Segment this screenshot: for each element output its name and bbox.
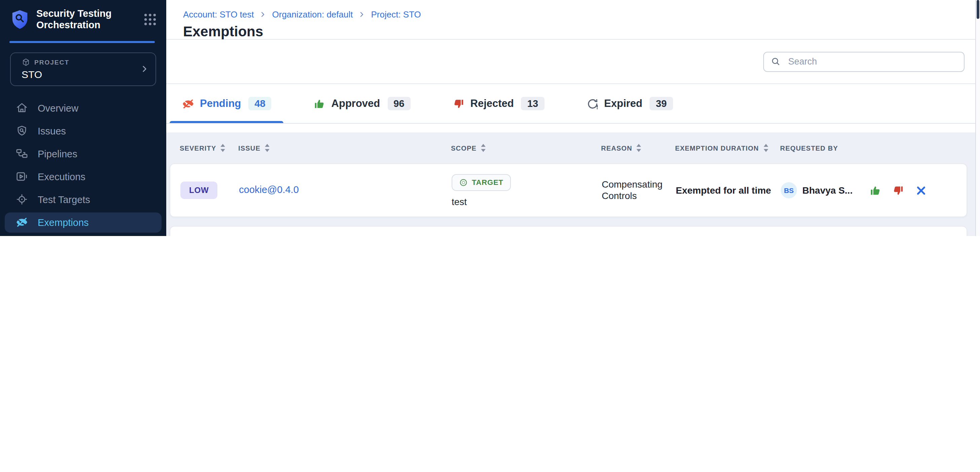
reject-button[interactable]	[891, 184, 905, 197]
page-title: Exemptions	[183, 24, 975, 40]
sidebar-nav: Overview Issues Pipelines	[0, 97, 166, 236]
sort-icon	[636, 144, 642, 152]
sort-icon	[763, 144, 768, 152]
sidebar-item-label: Issues	[38, 126, 66, 136]
search-input[interactable]	[787, 56, 957, 67]
search-icon	[771, 57, 781, 67]
cancel-button[interactable]	[914, 184, 928, 197]
pipeline-icon	[16, 147, 28, 160]
column-header-requested-by[interactable]: REQUESTED BY	[780, 144, 865, 152]
thumbs-down-icon	[891, 184, 904, 197]
close-icon	[915, 184, 927, 197]
vertical-scrollbar[interactable]	[975, 0, 980, 236]
home-icon	[16, 102, 28, 115]
sidebar: Security Testing Orchestration PROJECT S…	[0, 0, 166, 236]
project-selector-label: PROJECT	[34, 59, 69, 66]
column-header-reason[interactable]: REASON	[601, 144, 675, 152]
sidebar-item-issues[interactable]: Issues	[5, 120, 162, 143]
sidebar-item-executions[interactable]: Executions	[5, 165, 162, 188]
tab-approved[interactable]: Approved 96	[301, 84, 423, 123]
toolbar	[166, 40, 975, 83]
sidebar-item-label: Overview	[38, 103, 78, 114]
thumbs-down-icon	[452, 97, 465, 110]
thumbs-up-icon	[869, 184, 881, 197]
tab-label: Rejected	[471, 98, 514, 109]
eye-slash-icon	[182, 97, 194, 110]
tab-label: Pending	[200, 98, 241, 109]
sort-icon	[220, 144, 226, 152]
target-icon	[16, 193, 28, 206]
project-cube-icon	[22, 58, 30, 67]
table-header-row: SEVERITY ISSUE SCOPE REASON EXEMPTION DU…	[170, 133, 967, 163]
target-icon	[459, 178, 468, 187]
scope-name: test	[452, 196, 467, 207]
avatar: BS	[781, 182, 797, 198]
tab-count-badge: 48	[248, 97, 271, 110]
approve-button[interactable]	[868, 184, 882, 197]
chevron-right-icon	[140, 65, 149, 74]
column-header-scope[interactable]: SCOPE	[451, 144, 601, 152]
sidebar-item-test-targets[interactable]: Test Targets	[5, 188, 162, 211]
issue-link[interactable]: cookie@0.4.0	[239, 184, 308, 197]
app-title: Security Testing Orchestration	[37, 8, 143, 32]
column-header-severity[interactable]: SEVERITY	[180, 144, 238, 152]
thumbs-up-icon	[313, 97, 326, 110]
main-content: Account: STO test Organization: default …	[166, 0, 975, 236]
sidebar-item-label: Executions	[38, 171, 86, 182]
breadcrumb-account[interactable]: Account: STO test	[183, 10, 254, 19]
app-header: Security Testing Orchestration	[0, 0, 166, 38]
sidebar-item-get-started[interactable]: Get Started	[5, 234, 162, 236]
sort-icon	[264, 144, 270, 152]
exemption-duration-text: Exempted for all time	[676, 185, 781, 196]
tab-expired[interactable]: Expired 39	[574, 84, 685, 123]
brand-underline	[10, 41, 155, 43]
sidebar-item-overview[interactable]: Overview	[5, 97, 162, 120]
project-selector-value: STO	[22, 69, 140, 80]
status-tabs: Pending 48 Approved 96 Rejected 13 Expir…	[166, 84, 975, 124]
app-window: Security Testing Orchestration PROJECT S…	[0, 0, 980, 236]
executions-play-icon	[16, 170, 28, 183]
sort-icon	[480, 144, 486, 152]
breadcrumb-organization[interactable]: Organization: default	[272, 10, 353, 19]
module-switcher-grid-icon[interactable]	[143, 13, 157, 27]
tab-count-badge: 96	[387, 97, 410, 110]
sidebar-item-exemptions[interactable]: Exemptions	[5, 212, 162, 233]
sidebar-item-pipelines[interactable]: Pipelines	[5, 143, 162, 165]
column-header-issue[interactable]: ISSUE	[238, 144, 451, 152]
shield-search-icon	[16, 125, 28, 138]
table-row[interactable]: LOW cookie@0.4.0 TARGET test Compensatin…	[170, 163, 967, 217]
eye-slash-icon	[16, 216, 28, 229]
chevron-right-icon	[260, 11, 266, 17]
sidebar-item-label: Test Targets	[38, 194, 90, 205]
chevron-right-icon	[359, 11, 365, 17]
breadcrumb: Account: STO test Organization: default …	[183, 10, 975, 19]
exemptions-table: SEVERITY ISSUE SCOPE REASON EXEMPTION DU…	[166, 133, 975, 236]
tab-rejected[interactable]: Rejected 13	[440, 84, 557, 123]
scrollbar-thumb[interactable]	[977, 0, 979, 19]
requester-name: Bhavya S...	[802, 185, 853, 196]
tab-count-badge: 39	[650, 97, 673, 110]
scope-type-badge: TARGET	[452, 174, 511, 191]
project-selector[interactable]: PROJECT STO	[10, 52, 156, 86]
tab-pending[interactable]: Pending 48	[170, 84, 284, 123]
sidebar-item-label: Pipelines	[38, 149, 77, 159]
tab-count-badge: 13	[521, 97, 544, 110]
breadcrumb-project[interactable]: Project: STO	[371, 10, 421, 19]
sidebar-item-label: Exemptions	[38, 217, 89, 228]
clock-refresh-icon	[586, 97, 599, 110]
tab-label: Approved	[331, 98, 380, 109]
severity-badge: LOW	[180, 182, 217, 199]
page-header: Account: STO test Organization: default …	[166, 0, 975, 39]
table-row[interactable]: MEDIUM json5@2.2.0: Prototype Pollution …	[170, 226, 967, 236]
column-header-exemption-duration[interactable]: EXEMPTION DURATION	[675, 144, 780, 152]
tab-label: Expired	[604, 98, 643, 109]
sto-shield-logo-icon	[11, 10, 29, 30]
search-box	[763, 51, 964, 71]
reason-text: Compensating Controls	[602, 179, 676, 202]
